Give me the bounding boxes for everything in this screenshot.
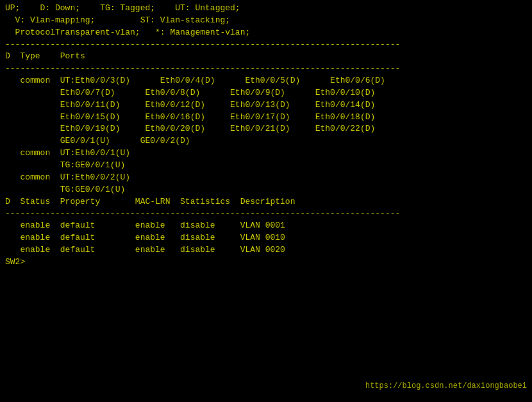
terminal-line-l19: TG:GE0/0/1(U) xyxy=(5,184,527,196)
terminal-line-l15: TG:GE0/0/1(U) xyxy=(5,160,527,172)
terminal-line-l13: common UT:Eth0/0/1(U) xyxy=(5,147,527,160)
terminal-line-l11: GE0/0/1(U) GE0/0/2(D) xyxy=(5,135,527,147)
terminal-line-l22: D Status Property MAC-LRN Statistics Des… xyxy=(5,196,527,208)
terminal-line-l6: common UT:Eth0/0/3(D) Eth0/0/4(D) Eth0/0… xyxy=(5,75,527,87)
terminal-line-l24: enable default enable disable VLAN 0001 xyxy=(5,220,527,232)
terminal-line-sep1: ----------------------------------------… xyxy=(5,39,527,51)
terminal-line-l5: D Type Ports xyxy=(5,51,527,63)
terminal-line-l1: UP; D: Down; TG: Tagged; UT: Untagged; xyxy=(5,3,527,15)
terminal-line-l10: Eth0/0/19(D) Eth0/0/20(D) Eth0/0/21(D) E… xyxy=(5,123,527,135)
terminal-line-l8: Eth0/0/11(D) Eth0/0/12(D) Eth0/0/13(D) E… xyxy=(5,99,527,112)
output-area: UP; D: Down; TG: Tagged; UT: Untagged; V… xyxy=(5,3,527,256)
terminal-line-sep3: ----------------------------------------… xyxy=(5,208,527,220)
terminal-line-l7: Eth0/0/7(D) Eth0/0/8(D) Eth0/0/9(D) Eth0… xyxy=(5,87,527,99)
terminal-line-l25: enable default enable disable VLAN 0010 xyxy=(5,232,527,244)
terminal-line-l2: V: Vlan-mapping; ST: Vlan-stacking; xyxy=(5,15,527,27)
terminal-line-sep2: ----------------------------------------… xyxy=(5,63,527,75)
terminal-window: UP; D: Down; TG: Tagged; UT: Untagged; V… xyxy=(0,0,532,402)
terminal-line-l26: enable default enable disable VLAN 0020 xyxy=(5,244,527,256)
terminal-line-l17: common UT:Eth0/0/2(U) xyxy=(5,172,527,184)
prompt-line: SW2> xyxy=(5,256,527,269)
terminal-line-l3: ProtocolTransparent-vlan; *: Management-… xyxy=(5,27,527,39)
terminal-line-l9: Eth0/0/15(D) Eth0/0/16(D) Eth0/0/17(D) E… xyxy=(5,112,527,124)
watermark: https://blog.csdn.net/daxiongbaobei xyxy=(365,381,527,390)
